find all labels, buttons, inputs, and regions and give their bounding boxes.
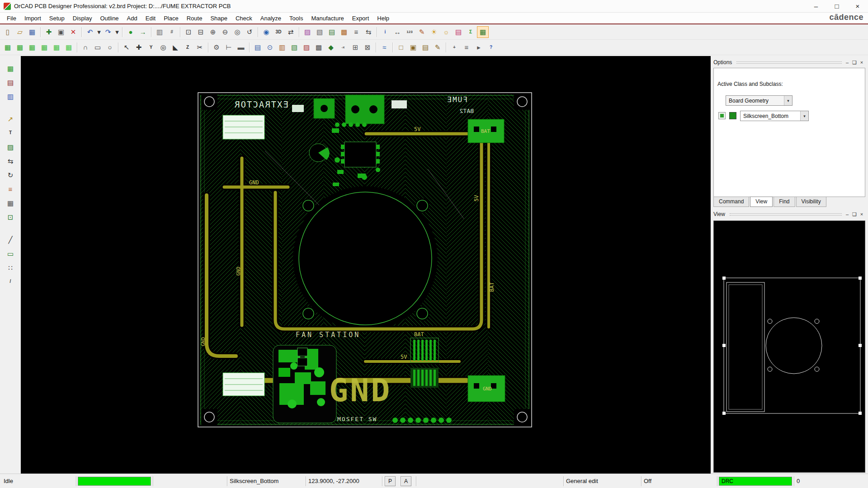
- menu-setup[interactable]: Setup: [45, 13, 69, 23]
- zoom-points-button[interactable]: ⊡: [183, 26, 194, 38]
- nc-drill-button[interactable]: ⊙: [264, 42, 276, 53]
- ratsnest-button[interactable]: ▥: [154, 26, 165, 38]
- show-element-button[interactable]: i: [379, 26, 391, 38]
- tab-find[interactable]: Find: [774, 197, 795, 207]
- highlight-button[interactable]: ✎: [416, 26, 428, 38]
- move-button[interactable]: ✚: [43, 26, 55, 38]
- menu-place[interactable]: Place: [160, 13, 183, 23]
- scriptmode-button[interactable]: ▦: [477, 26, 489, 38]
- menu-edit[interactable]: Edit: [142, 13, 160, 23]
- menu-import[interactable]: Import: [20, 13, 45, 23]
- pick-mode-button[interactable]: P: [385, 476, 396, 486]
- add-round-button[interactable]: ◎: [157, 42, 169, 53]
- close-button[interactable]: ×: [847, 0, 868, 13]
- layer-priority-button[interactable]: ▤: [326, 26, 338, 38]
- negative-x-button[interactable]: -x: [337, 42, 349, 53]
- menu-tools[interactable]: Tools: [285, 13, 307, 23]
- view-3d-button[interactable]: 3D: [273, 26, 284, 38]
- options-restore-button[interactable]: ❏: [851, 59, 858, 66]
- undo-menu-arrow[interactable]: ▾: [96, 26, 102, 38]
- hatch-button[interactable]: ▨: [5, 141, 16, 153]
- options-panel-grip[interactable]: [736, 61, 842, 64]
- film-select-button[interactable]: ▤: [5, 76, 16, 88]
- cross-section-button[interactable]: ≡: [350, 26, 362, 38]
- via-structure-button[interactable]: ▣: [407, 42, 419, 53]
- customize-button[interactable]: ≡: [461, 42, 472, 53]
- subclass-visible-checkbox[interactable]: [718, 112, 726, 119]
- zoom-fit-button[interactable]: ⊟: [195, 26, 207, 38]
- color192-button[interactable]: ▤: [453, 26, 464, 38]
- zoom-world-button[interactable]: ◎: [231, 26, 243, 38]
- mirror-button[interactable]: ⇆: [5, 155, 16, 167]
- shadow-mode-button[interactable]: ▧: [314, 26, 326, 38]
- menu-check[interactable]: Check: [231, 13, 256, 23]
- film-record-button[interactable]: ▥: [5, 90, 16, 102]
- design-canvas-area[interactable]: GND GND GND GND EXTRACTOR FUME BAT2 FAN …: [21, 56, 711, 474]
- swap-layers-button[interactable]: ⇆: [363, 26, 374, 38]
- show-measure-button[interactable]: ↔: [392, 26, 403, 38]
- shove-button[interactable]: ●: [125, 26, 137, 38]
- view-minimize-button[interactable]: –: [844, 211, 851, 218]
- add-rect-button[interactable]: ▭: [92, 42, 104, 53]
- subclass-dropdown[interactable]: Silkscreen_Bottom ▾: [740, 111, 809, 121]
- pdf-export-button[interactable]: ▨: [301, 42, 312, 53]
- menu-analyze[interactable]: Analyze: [256, 13, 285, 23]
- split-plane-button[interactable]: Y: [145, 42, 157, 53]
- slide-button[interactable]: →: [137, 26, 149, 38]
- pad-edit-button[interactable]: ⊡: [5, 211, 16, 223]
- menu-outline[interactable]: Outline: [96, 13, 123, 23]
- menu-export[interactable]: Export: [348, 13, 373, 23]
- signal-probe-button[interactable]: ≈: [378, 42, 390, 53]
- undo-button[interactable]: ↶: [84, 26, 96, 38]
- tab-view[interactable]: View: [750, 197, 773, 207]
- menu-add[interactable]: Add: [123, 13, 142, 23]
- text-add-button[interactable]: T: [5, 127, 16, 139]
- ruler-button[interactable]: ▬: [235, 42, 247, 53]
- menu-file[interactable]: File: [3, 13, 20, 23]
- save-drawing-button[interactable]: ▦: [26, 26, 38, 38]
- glue-button[interactable]: ⚙: [211, 42, 222, 53]
- measure-horizontal-button[interactable]: ⊢: [223, 42, 235, 53]
- visibility-pane-button[interactable]: ▦: [5, 62, 16, 74]
- dehighlight-button[interactable]: ☼: [440, 26, 452, 38]
- rotate-button[interactable]: ↻: [5, 169, 16, 181]
- delete-button[interactable]: ✕: [67, 26, 79, 38]
- options-close-button[interactable]: ×: [858, 59, 865, 66]
- help-button[interactable]: ?: [485, 42, 497, 53]
- grid-button[interactable]: #: [166, 26, 178, 38]
- refresh-symbols-button[interactable]: ⊠: [362, 42, 373, 53]
- matrix-button[interactable]: ▦: [5, 197, 16, 209]
- zoom-out-button[interactable]: ⊖: [219, 26, 231, 38]
- select-pointer-button[interactable]: ↖: [121, 42, 132, 53]
- snap-pick-button[interactable]: +: [448, 42, 460, 53]
- visibility-preset-5-button[interactable]: ▦: [51, 42, 62, 53]
- copy-button[interactable]: ▣: [55, 26, 67, 38]
- flip-design-button[interactable]: ⇄: [285, 26, 297, 38]
- maximize-button[interactable]: □: [826, 0, 847, 13]
- shadow-toggle-button[interactable]: ☀: [428, 26, 440, 38]
- line-draw-button[interactable]: ╱: [5, 234, 16, 245]
- scissors-button[interactable]: ✂: [194, 42, 206, 53]
- add-arc-button[interactable]: ∩: [80, 42, 91, 53]
- replace-padstack-button[interactable]: ▤: [420, 42, 431, 53]
- new-drawing-button[interactable]: ▯: [2, 26, 14, 38]
- chamfer-button[interactable]: ◣: [170, 42, 181, 53]
- z-copy-button[interactable]: Z: [182, 42, 193, 53]
- menu-help[interactable]: Help: [373, 13, 393, 23]
- align-button[interactable]: ≡: [5, 183, 16, 195]
- menu-shape[interactable]: Shape: [206, 13, 231, 23]
- minimize-button[interactable]: –: [806, 0, 826, 13]
- view-restore-button[interactable]: ❏: [851, 211, 858, 218]
- redo-button[interactable]: ↷: [102, 26, 114, 38]
- menu-manufacture[interactable]: Manufacture: [307, 13, 348, 23]
- angle-mode-button[interactable]: A: [401, 476, 411, 486]
- web-browser-button[interactable]: ◉: [260, 26, 272, 38]
- dfm-check-button[interactable]: ◆: [325, 42, 337, 53]
- visibility-preset-1-button[interactable]: ▦: [2, 42, 14, 53]
- zoom-in-button[interactable]: ⊕: [207, 26, 219, 38]
- zoom-previous-button[interactable]: ↺: [244, 26, 255, 38]
- design-canvas[interactable]: GND GND GND GND EXTRACTOR FUME BAT2 FAN …: [21, 56, 711, 474]
- padstack-edit-button[interactable]: □: [395, 42, 407, 53]
- add-circle-button[interactable]: ○: [104, 42, 116, 53]
- color-dialog-button[interactable]: ▨: [302, 26, 313, 38]
